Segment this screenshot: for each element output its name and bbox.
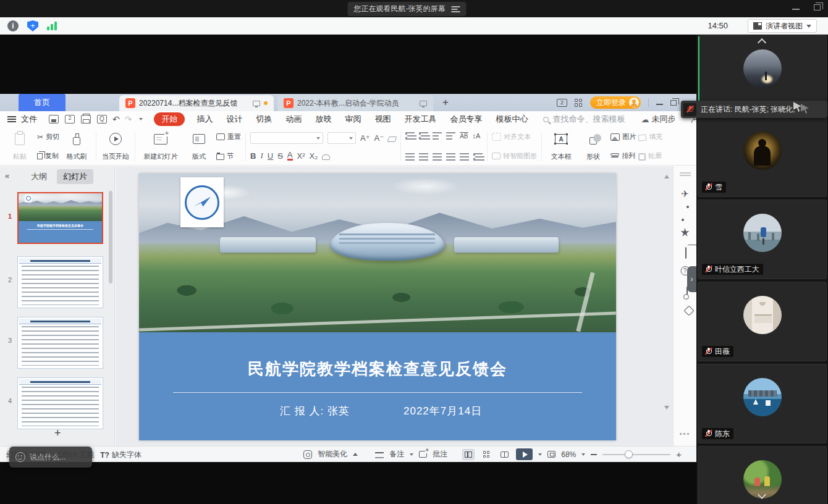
align-center-icon[interactable] bbox=[419, 153, 428, 161]
security-shield-icon[interactable]: + bbox=[27, 20, 38, 32]
document-tab-inactive[interactable]: P 2022-本科教...启动会-学院动员 bbox=[277, 95, 433, 111]
slide-thumbnail-1[interactable]: 民航学院教学档案检查意见反馈会 bbox=[17, 192, 103, 244]
notes-caret-icon[interactable] bbox=[410, 453, 413, 456]
notes-icon[interactable] bbox=[375, 452, 384, 458]
menu-design[interactable]: 设计 bbox=[226, 114, 242, 125]
comments-icon[interactable] bbox=[419, 451, 427, 458]
shapes-button[interactable]: 形状 bbox=[577, 130, 609, 164]
text-box-button[interactable]: A 文本框 bbox=[545, 130, 577, 164]
menu-start[interactable]: 开始 bbox=[154, 112, 185, 126]
cut-button[interactable]: ✂剪切 bbox=[37, 132, 59, 141]
participant-tile-2[interactable]: 雪 bbox=[698, 117, 827, 197]
restore-icon[interactable] bbox=[814, 4, 821, 10]
section-button[interactable]: 节 bbox=[216, 151, 241, 161]
subscript-icon[interactable]: X₂ bbox=[310, 151, 318, 161]
font-color-icon[interactable]: A bbox=[287, 151, 293, 161]
char-spacing-icon[interactable]: AB bbox=[460, 132, 468, 140]
italic-icon[interactable]: I bbox=[260, 151, 263, 161]
rail-drag-handle[interactable] bbox=[680, 172, 691, 174]
align-left-icon[interactable] bbox=[405, 153, 415, 161]
mirror-display-icon[interactable] bbox=[685, 247, 686, 259]
underline-icon[interactable]: U bbox=[268, 151, 273, 161]
font-size-select[interactable] bbox=[327, 132, 356, 144]
slideshow-play-button[interactable] bbox=[516, 448, 533, 460]
print-icon[interactable] bbox=[81, 115, 91, 124]
font-family-select[interactable] bbox=[250, 132, 323, 144]
rail-more-icon[interactable]: ••• bbox=[680, 430, 691, 437]
workspace-grid-icon[interactable] bbox=[575, 99, 583, 107]
align-text-button[interactable]: 对齐文本 bbox=[492, 132, 537, 141]
strikethrough-icon[interactable]: S bbox=[277, 151, 283, 161]
numbered-list-icon[interactable] bbox=[419, 132, 428, 140]
current-slide[interactable]: 民航学院教学档案检查意见反馈会 汇 报 人: 张英 2022年7月14日 bbox=[139, 174, 616, 440]
clear-format-icon[interactable] bbox=[387, 136, 397, 142]
view-mode-selector[interactable]: 演讲者视图 bbox=[748, 19, 817, 33]
beautify-caret-icon[interactable] bbox=[353, 453, 358, 456]
participant-tile-4[interactable]: 田薇 bbox=[698, 282, 827, 361]
increase-indent-icon[interactable] bbox=[446, 132, 455, 140]
paste-button[interactable]: 粘贴 bbox=[4, 130, 36, 164]
menu-templates[interactable]: 模板中心 bbox=[496, 114, 528, 125]
justify-icon[interactable] bbox=[446, 153, 455, 161]
new-tab-button[interactable]: + bbox=[442, 96, 449, 109]
wps-assistant-icon[interactable]: ✈ bbox=[681, 188, 689, 200]
line-spacing-icon[interactable] bbox=[473, 153, 483, 161]
menu-animation[interactable]: 动画 bbox=[285, 114, 302, 125]
missing-font-warning[interactable]: T? 缺失字体 bbox=[100, 450, 142, 460]
picture-button[interactable]: 图片 bbox=[610, 132, 636, 141]
collapse-panel-icon[interactable]: « bbox=[5, 171, 8, 180]
participant-tile-5[interactable]: 陈东 bbox=[698, 364, 827, 443]
redo-icon[interactable]: ↷ bbox=[125, 114, 132, 124]
slide-scrollbar[interactable] bbox=[664, 175, 669, 427]
zoom-level[interactable]: 68% bbox=[561, 450, 576, 459]
beautify-wand-icon[interactable] bbox=[681, 228, 690, 237]
align-right-icon[interactable] bbox=[433, 153, 442, 161]
play-options-caret[interactable] bbox=[538, 453, 542, 456]
fill-button[interactable]: 填充 bbox=[638, 132, 662, 141]
banner-menu-icon[interactable] bbox=[451, 6, 460, 12]
command-search[interactable]: 查找命令、搜索模板 bbox=[543, 114, 625, 125]
smart-graphic-button[interactable]: 转智能图形 bbox=[492, 151, 537, 161]
increase-font-icon[interactable]: A⁺ bbox=[360, 133, 370, 143]
menu-slideshow[interactable]: 放映 bbox=[315, 114, 331, 125]
wps-minimize-icon[interactable] bbox=[656, 104, 663, 105]
document-tab-active[interactable]: P 20220714...档案检查意见反馈 bbox=[119, 95, 274, 111]
format-painter-button[interactable]: 格式刷 bbox=[61, 130, 93, 164]
highlight-pen-icon[interactable] bbox=[322, 154, 330, 160]
zoom-slider[interactable] bbox=[602, 454, 670, 455]
export-icon[interactable] bbox=[65, 115, 75, 124]
scroll-participants-up-icon[interactable] bbox=[759, 38, 766, 45]
notes-label[interactable]: 备注 bbox=[389, 449, 404, 460]
bold-icon[interactable]: B bbox=[250, 151, 256, 161]
print-preview-icon[interactable] bbox=[97, 115, 107, 124]
normal-view-button[interactable] bbox=[462, 449, 475, 460]
emoji-icon[interactable] bbox=[15, 452, 25, 462]
superscript-icon[interactable]: X² bbox=[297, 151, 305, 161]
participant-tile-3[interactable]: 叶信立西工大 bbox=[698, 200, 827, 279]
save-icon[interactable] bbox=[49, 115, 59, 124]
reset-button[interactable]: 重置 bbox=[216, 132, 241, 141]
scroll-up-icon[interactable] bbox=[664, 175, 669, 178]
panel-scrollbar[interactable] bbox=[109, 191, 112, 284]
file-menu[interactable]: 文件 bbox=[21, 114, 37, 125]
bullet-list-icon[interactable] bbox=[405, 132, 415, 140]
chat-quick-input[interactable]: 说点什么... bbox=[9, 447, 92, 468]
slide-thumbnail-3[interactable] bbox=[17, 317, 103, 369]
network-signal-icon[interactable] bbox=[47, 20, 58, 32]
reading-view-button[interactable] bbox=[498, 449, 510, 460]
undo-icon[interactable]: ↶ bbox=[112, 114, 120, 124]
panel-expander[interactable]: › bbox=[687, 266, 696, 292]
sorter-view-button[interactable] bbox=[480, 449, 492, 460]
distribute-icon[interactable] bbox=[460, 153, 469, 161]
decrease-indent-icon[interactable] bbox=[433, 132, 442, 140]
layout-button[interactable]: 版式 bbox=[183, 130, 215, 164]
smart-beautify-label[interactable]: 智能美化 bbox=[318, 449, 347, 460]
new-slide-button[interactable]: 新建幻灯片 bbox=[138, 130, 183, 164]
minimize-icon[interactable] bbox=[792, 9, 800, 10]
zoom-in-button[interactable]: + bbox=[676, 452, 682, 458]
wps-restore-icon[interactable] bbox=[670, 100, 677, 106]
zoom-out-button[interactable] bbox=[591, 454, 597, 455]
slide-thumbnail-4[interactable] bbox=[17, 377, 103, 429]
text-direction-icon[interactable]: ↕A bbox=[473, 132, 481, 140]
menu-review[interactable]: 审阅 bbox=[345, 114, 361, 125]
